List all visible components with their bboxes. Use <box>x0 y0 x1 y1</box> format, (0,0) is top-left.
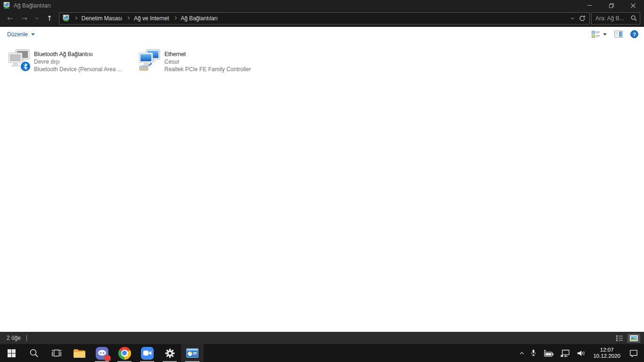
close-icon <box>631 3 636 8</box>
organize-menu-label: Düzenle <box>7 31 28 38</box>
zoom-button[interactable] <box>136 344 158 362</box>
gear-icon <box>165 348 175 359</box>
ethernet-connection-icon <box>138 48 161 72</box>
taskbar-search-button[interactable] <box>23 344 45 362</box>
change-view-icon <box>592 31 600 38</box>
network-connections-icon <box>62 15 70 22</box>
preview-pane-icon <box>614 31 623 38</box>
breadcrumb-separator-icon <box>171 17 179 19</box>
breadcrumb-network-internet[interactable]: Ağ ve Internet <box>132 14 171 23</box>
command-bar: Düzenle <box>0 27 644 41</box>
up-button[interactable]: ↑ <box>42 14 57 23</box>
search-box[interactable] <box>591 12 640 25</box>
organize-menu-button[interactable]: Düzenle <box>7 31 35 38</box>
windows-logo-icon <box>8 349 16 357</box>
chevron-up-icon <box>520 352 524 356</box>
notification-badge <box>104 355 111 362</box>
title-bar: Ağ Bağlantıları <box>0 0 644 11</box>
network-connections-button[interactable] <box>181 344 204 362</box>
refresh-icon <box>579 15 586 22</box>
clock-date: 10.12.2020 <box>593 353 620 360</box>
bluetooth-connection-icon <box>8 48 30 72</box>
status-separator <box>26 335 27 341</box>
connection-tile-ethernet[interactable]: Ethernet Cesur Realtek PCIe FE Family Co… <box>138 48 251 73</box>
discord-icon <box>96 347 108 360</box>
ethernet-network-icon <box>561 349 570 357</box>
network-connections-icon <box>3 2 10 9</box>
taskbar: 12:07 10.12.2020 <box>0 344 644 362</box>
tiles-view-icon <box>630 335 638 341</box>
details-view-icon <box>616 335 623 341</box>
close-button[interactable] <box>622 0 644 11</box>
speaker-icon <box>577 349 586 357</box>
breadcrumb-separator-icon <box>124 17 132 19</box>
preview-pane-button[interactable] <box>614 31 623 38</box>
minimize-button[interactable] <box>579 0 601 11</box>
address-bar[interactable]: Denetim Masası Ağ ve Internet Ağ Bağlant… <box>59 12 590 25</box>
refresh-button[interactable] <box>577 15 589 22</box>
battery-tray-button[interactable] <box>540 344 557 362</box>
search-input[interactable] <box>592 15 631 22</box>
status-bar: 2 öğe <box>0 332 644 344</box>
settings-button[interactable] <box>158 344 181 362</box>
discord-button[interactable] <box>91 344 113 362</box>
action-center-icon <box>629 349 638 357</box>
tray-expand-button[interactable] <box>517 344 527 362</box>
chevron-down-icon <box>35 16 38 19</box>
battery-charging-icon <box>544 349 554 357</box>
microphone-tray-button[interactable] <box>527 344 540 362</box>
chevron-down-icon <box>603 33 607 35</box>
chevron-down-icon <box>31 33 35 35</box>
connection-name: Ethernet <box>165 50 251 58</box>
search-icon <box>29 348 39 358</box>
action-center-button[interactable] <box>625 344 644 362</box>
breadcrumb-network-connections[interactable]: Ağ Bağlantıları <box>179 14 220 23</box>
search-icon[interactable] <box>631 15 637 21</box>
navigation-bar: ← → ↑ Denetim Masası Ağ ve Internet Ağ B… <box>0 11 644 27</box>
network-connections-window-icon <box>186 348 198 358</box>
connection-device: Realtek PCIe FE Family Controller <box>165 66 251 73</box>
folder-icon <box>73 348 85 358</box>
task-view-button[interactable] <box>45 344 68 362</box>
change-view-button[interactable] <box>592 31 607 38</box>
microphone-icon <box>530 348 537 358</box>
connection-status: Devre dışı <box>34 58 122 66</box>
item-count: 2 öğe <box>7 335 21 341</box>
restore-icon <box>609 3 614 8</box>
details-view-button[interactable] <box>613 334 626 343</box>
address-dropdown-button[interactable] <box>568 18 578 19</box>
zoom-camera-icon <box>141 347 154 360</box>
connection-status: Cesur <box>165 58 251 66</box>
clock[interactable]: 12:07 10.12.2020 <box>589 347 625 360</box>
help-button[interactable]: ? <box>630 30 638 38</box>
help-icon: ? <box>633 32 636 37</box>
file-list: Bluetooth Ağ Bağlantısı Devre dışı Bluet… <box>0 41 644 332</box>
minimize-icon <box>587 5 592 6</box>
connection-name: Bluetooth Ağ Bağlantısı <box>34 50 122 58</box>
connection-device: Bluetooth Device (Personal Area ... <box>34 66 122 73</box>
window-title: Ağ Bağlantıları <box>14 2 51 9</box>
connection-tile-bluetooth[interactable]: Bluetooth Ağ Bağlantısı Devre dışı Bluet… <box>8 48 122 73</box>
back-button[interactable]: ← <box>3 14 17 23</box>
breadcrumb-control-panel[interactable]: Denetim Masası <box>80 14 124 23</box>
clock-time: 12:07 <box>593 347 620 354</box>
tiles-view-button[interactable] <box>627 334 640 343</box>
file-explorer-button[interactable] <box>68 344 91 362</box>
breadcrumb-separator-icon <box>72 17 80 19</box>
forward-button[interactable]: → <box>17 14 32 23</box>
network-tray-button[interactable] <box>557 344 573 362</box>
task-view-icon <box>51 349 62 357</box>
recent-locations-button[interactable] <box>32 18 42 19</box>
restore-button[interactable] <box>601 0 622 11</box>
chrome-icon <box>118 347 131 360</box>
volume-tray-button[interactable] <box>573 344 589 362</box>
start-button[interactable] <box>0 344 23 362</box>
chrome-button[interactable] <box>113 344 136 362</box>
